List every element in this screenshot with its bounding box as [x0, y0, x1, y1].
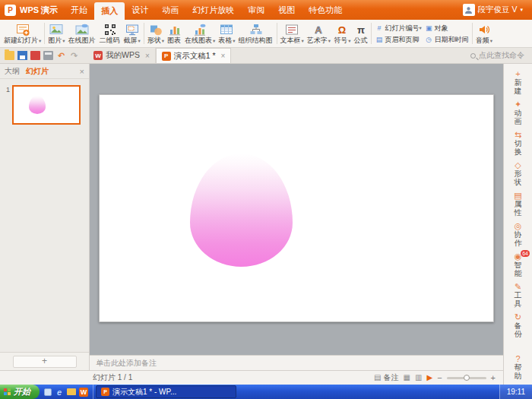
sidebar-item-animation[interactable]: ✦ 动画	[504, 97, 532, 128]
editing-canvas[interactable]	[90, 64, 503, 355]
search-icon	[470, 53, 476, 59]
quick-launch: e W	[40, 385, 93, 399]
user-name[interactable]: 段宇俊豆 V	[478, 5, 518, 15]
qr-code-button[interactable]: 二维码	[98, 21, 122, 46]
close-panel-icon[interactable]: ×	[80, 67, 84, 76]
chart-button[interactable]: 图表	[166, 21, 183, 46]
person-icon	[464, 5, 473, 15]
slides-panel-footer: +	[0, 352, 89, 370]
svg-text:Ω: Ω	[338, 24, 346, 35]
shapes-button[interactable]: 形状▾	[146, 21, 166, 46]
slides-panel-header: 大纲 幻灯片 ×	[0, 64, 89, 79]
zoom-slider[interactable]	[447, 377, 486, 379]
date-time-button[interactable]: ◷ 日期和时间	[425, 35, 469, 44]
menu-tab-view[interactable]: 视图	[271, 0, 302, 20]
zoom-out-button[interactable]: −	[437, 373, 442, 382]
new-slide-icon	[16, 23, 30, 36]
picture-button[interactable]: 图片▾	[46, 21, 66, 46]
menu-tab-animation[interactable]: 动画	[155, 0, 185, 20]
transition-icon: ⇆	[515, 130, 521, 139]
menu-tab-insert[interactable]: 插入	[94, 2, 125, 20]
audio-button[interactable]: 音频▾	[474, 21, 494, 46]
sidebar-item-collaboration[interactable]: ◎ 协作	[504, 219, 532, 249]
close-tab-icon[interactable]: ×	[221, 52, 226, 60]
help-button[interactable]: ? 帮助	[504, 352, 532, 382]
notes-area[interactable]: 单击此处添加备注	[90, 355, 503, 370]
menu-tab-design[interactable]: 设计	[125, 0, 155, 20]
open-folder-icon[interactable]	[5, 51, 14, 60]
sidebar-item-shape[interactable]: ◇ 形状	[504, 158, 532, 188]
new-slide-button[interactable]: 新建幻灯片▾	[2, 21, 43, 46]
sidebar-item-smart[interactable]: 64 ◉ 智能	[504, 249, 532, 280]
table-icon	[220, 23, 233, 36]
sidebar-item-properties[interactable]: ▤ 属性	[504, 188, 532, 219]
ie-icon[interactable]: e	[55, 388, 64, 397]
egg-shape[interactable]	[190, 154, 293, 267]
symbol-button[interactable]: Ω 符号▾	[332, 21, 352, 46]
tab-slides[interactable]: 幻灯片	[26, 66, 49, 77]
system-tray: 19:11	[499, 385, 532, 399]
print-icon[interactable]	[43, 51, 53, 60]
screenshot-button[interactable]: 截屏▾	[122, 21, 142, 46]
formula-button[interactable]: π 公式	[352, 21, 369, 46]
title-bar-right: 段宇俊豆 V ▾	[463, 0, 532, 20]
text-box-icon	[285, 23, 299, 36]
slide-sorter-icon[interactable]: ▥	[415, 373, 422, 382]
sidebar-item-tools[interactable]: ✎ 工具	[504, 280, 532, 310]
redo-icon[interactable]: ↷	[69, 51, 79, 60]
document-tabs: W 我的WPS × P 演示文稿1 * ×	[88, 48, 231, 63]
online-chart-button[interactable]: 在线图表▾	[183, 21, 217, 46]
text-box-button[interactable]: 文本框▾	[279, 21, 306, 46]
slide[interactable]	[99, 94, 494, 322]
dropdown-arrow-icon: ▾	[233, 36, 235, 45]
tab-outline[interactable]: 大纲	[5, 66, 20, 77]
export-icon[interactable]	[30, 51, 40, 60]
object-button[interactable]: ▣ 对象	[425, 24, 469, 33]
wps-icon[interactable]: W	[79, 388, 88, 397]
folder-icon[interactable]	[67, 388, 76, 395]
normal-view-icon[interactable]: ▦	[404, 373, 410, 382]
notes-toggle[interactable]: ▤ 备注	[374, 372, 398, 383]
menu-tab-slideshow[interactable]: 幻灯片放映	[185, 0, 241, 20]
online-picture-button[interactable]: 在线图片	[67, 21, 98, 46]
slide-number-button[interactable]: # 幻灯片编号 ▾	[375, 24, 421, 33]
save-icon[interactable]	[17, 51, 27, 60]
doc-tab-presentation1[interactable]: P 演示文稿1 * ×	[156, 48, 232, 63]
command-search[interactable]: 点此查找命令	[470, 48, 532, 63]
header-footer-button[interactable]: ▤ 页眉和页脚	[375, 35, 421, 44]
notes-icon: ▤	[374, 373, 381, 382]
button-label: 图表	[167, 36, 181, 45]
search-placeholder: 点此查找命令	[479, 50, 524, 61]
clock: 19:11	[507, 388, 525, 396]
menu-tab-review[interactable]: 审阅	[241, 0, 271, 20]
user-dropdown-arrow-icon[interactable]: ▾	[520, 7, 523, 13]
menu-tab-home[interactable]: 开始	[64, 0, 94, 20]
slide-indicator: 幻灯片 1 / 1	[0, 372, 132, 383]
doc-tab-my-wps[interactable]: W 我的WPS ×	[88, 48, 156, 63]
slide-thumbnail[interactable]	[12, 85, 81, 125]
undo-icon[interactable]: ↶	[56, 51, 66, 60]
taskbar-window-button[interactable]: P 演示文稿1 * - WP...	[96, 385, 236, 398]
org-chart-button[interactable]: 组织结构图	[237, 21, 275, 46]
sidebar-item-backup[interactable]: ↻ 备份	[504, 310, 532, 340]
user-avatar[interactable]	[463, 4, 475, 16]
ribbon-separator	[472, 23, 473, 44]
object-icon: ▣	[425, 24, 433, 33]
svg-text:A: A	[315, 24, 323, 35]
slideshow-icon[interactable]: ▶	[426, 373, 432, 382]
sidebar-item-transition[interactable]: ⇆ 切换	[504, 128, 532, 158]
org-chart-icon	[249, 23, 263, 36]
menu-tab-special-features[interactable]: 特色功能	[302, 0, 349, 20]
close-tab-icon[interactable]: ×	[145, 52, 150, 60]
sidebar-item-new[interactable]: + 新建	[504, 67, 532, 97]
zoom-in-button[interactable]: +	[491, 373, 496, 382]
dropdown-arrow-icon: ▾	[328, 36, 331, 45]
start-button[interactable]: 开始	[0, 385, 40, 399]
table-button[interactable]: 表格▾	[217, 21, 236, 46]
app-logo[interactable]: P WPS 演示	[0, 0, 64, 20]
dropdown-arrow-icon: ▾	[490, 36, 492, 45]
word-art-button[interactable]: A 艺术字▾	[306, 21, 332, 46]
show-desktop-icon[interactable]	[44, 388, 52, 396]
add-slide-button[interactable]: +	[13, 356, 77, 368]
zoom-slider-knob[interactable]	[464, 375, 470, 381]
